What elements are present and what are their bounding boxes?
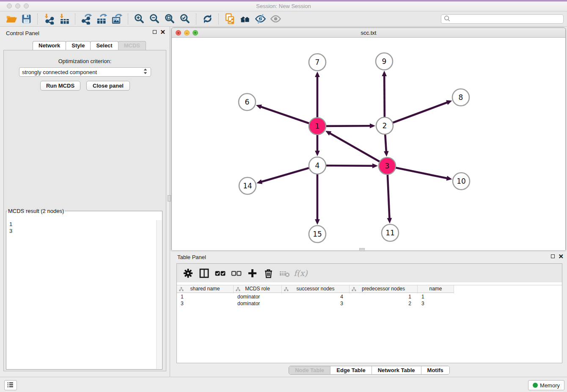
- graph-edge-2-8[interactable]: [385, 102, 448, 126]
- table-cell[interactable]: 3: [418, 300, 454, 307]
- graph-edge-3-10[interactable]: [387, 166, 448, 178]
- task-history-button[interactable]: [4, 380, 17, 390]
- table-cell[interactable]: 1: [418, 293, 454, 300]
- mcds-result-area[interactable]: 13: [7, 220, 162, 369]
- zoom-fit-icon[interactable]: [162, 13, 177, 25]
- graph-node-label: 7: [315, 58, 320, 66]
- column-header-MCDS-role[interactable]: MCDS role: [234, 285, 282, 293]
- split-column-icon[interactable]: [197, 267, 211, 279]
- mcds-result-line: 3: [9, 228, 159, 235]
- network-canvas[interactable]: 1234678910111415: [172, 38, 565, 250]
- mcds-panel: Optimization criterion: strongly connect…: [3, 50, 166, 371]
- zoom-selected-icon[interactable]: [177, 13, 193, 25]
- toolbar-separator: [75, 14, 75, 25]
- tab-node-table[interactable]: Node Table: [289, 366, 330, 374]
- optimization-dropdown[interactable]: strongly connected component: [19, 67, 151, 77]
- delete-row-icon[interactable]: [261, 267, 275, 279]
- control-panel-title: Control Panel: [6, 30, 39, 36]
- column-header-predecessor-nodes[interactable]: predecessor nodes: [350, 285, 418, 293]
- horizontal-splitter-handle[interactable]: [359, 248, 365, 251]
- copy-style-icon[interactable]: [222, 13, 237, 25]
- graph-arrowhead: [256, 105, 262, 109]
- table-cell[interactable]: 2: [350, 300, 418, 307]
- column-header-shared-name[interactable]: shared name: [177, 285, 234, 293]
- toolbar-separator: [196, 14, 196, 25]
- float-table-panel-icon[interactable]: [551, 254, 555, 258]
- close-panel-button[interactable]: Close panel: [86, 81, 130, 91]
- column-header-name[interactable]: name: [418, 285, 454, 293]
- search-field[interactable]: [441, 14, 564, 24]
- graph-arrowhead: [315, 72, 320, 77]
- network-view-window: × – + scc.txt 1234678910111415: [171, 28, 566, 250]
- export-image-icon[interactable]: [109, 13, 124, 25]
- save-session-icon[interactable]: [19, 13, 34, 25]
- graph-node-label: 1: [315, 122, 320, 130]
- graph-node-label: 15: [313, 230, 322, 238]
- import-table-icon[interactable]: [56, 13, 72, 25]
- graph-arrowhead: [382, 71, 387, 76]
- status-bar: Memory: [0, 377, 567, 392]
- control-panel: Control Panel ✕ NetworkStyleSelectMCDS O…: [0, 27, 170, 377]
- apply-layout-icon[interactable]: [200, 13, 215, 25]
- table-cell[interactable]: dominator: [234, 300, 282, 307]
- graph-arrowhead: [372, 163, 378, 168]
- vertical-splitter[interactable]: [170, 27, 170, 377]
- vertical-splitter-handle[interactable]: [168, 195, 171, 202]
- close-panel-icon[interactable]: ✕: [160, 30, 165, 34]
- table-cell[interactable]: 3: [282, 300, 350, 307]
- graph-node-label: 3: [385, 162, 390, 170]
- column-header-filler: [454, 285, 562, 293]
- tab-network-table[interactable]: Network Table: [372, 366, 421, 374]
- graph-edge-1-6[interactable]: [260, 107, 317, 126]
- network-window-titlebar[interactable]: × – + scc.txt: [172, 28, 565, 38]
- hide-selected-icon[interactable]: [253, 13, 268, 25]
- gear-icon[interactable]: [181, 267, 195, 279]
- search-input[interactable]: [451, 15, 561, 22]
- table-cell[interactable]: 3: [177, 300, 234, 307]
- app-window: { "window": { "title": "Session: New Ses…: [0, 0, 567, 392]
- table-cell[interactable]: 4: [282, 293, 350, 300]
- zoom-out-icon[interactable]: [147, 13, 162, 25]
- import-network-icon[interactable]: [41, 13, 56, 25]
- table-row[interactable]: 1dominator411: [177, 293, 562, 300]
- select-all-icon[interactable]: [213, 267, 227, 279]
- deselect-all-icon[interactable]: [229, 267, 243, 279]
- memory-button[interactable]: Memory: [528, 380, 564, 390]
- add-row-icon[interactable]: [245, 267, 259, 279]
- export-network-icon[interactable]: [79, 13, 94, 25]
- tab-style[interactable]: Style: [66, 41, 91, 50]
- show-all-networks-icon[interactable]: [237, 13, 253, 25]
- table-cell[interactable]: 1: [350, 293, 418, 300]
- column-header-successor-nodes[interactable]: successor nodes: [282, 285, 350, 293]
- graph-arrowhead: [384, 151, 389, 157]
- float-panel-icon[interactable]: [153, 30, 157, 34]
- mcds-result-line: 1: [9, 221, 159, 228]
- graph-edge-3-1[interactable]: [330, 133, 387, 166]
- zoom-in-icon[interactable]: [132, 13, 147, 25]
- close-table-panel-icon[interactable]: ✕: [558, 254, 564, 259]
- tab-select[interactable]: Select: [90, 41, 118, 50]
- memory-status-icon: [533, 383, 538, 388]
- function-builder-icon: f(x): [294, 267, 308, 279]
- mcds-result-box: MCDS result (2 nodes) 13: [6, 208, 162, 370]
- run-mcds-button[interactable]: Run MCDS: [40, 81, 80, 91]
- open-session-icon[interactable]: [3, 13, 19, 25]
- network-graph[interactable]: 1234678910111415: [172, 38, 565, 250]
- graph-node-label: 8: [459, 93, 463, 102]
- graph-node-label: 9: [382, 57, 387, 66]
- table-body: 1dominator4113dominator323: [177, 293, 562, 363]
- table-row[interactable]: 3dominator323: [177, 300, 562, 307]
- graph-arrowhead: [315, 219, 320, 225]
- graph-node-label: 11: [385, 229, 395, 237]
- table-cell[interactable]: dominator: [234, 293, 282, 300]
- search-icon: [443, 15, 451, 23]
- result-scrollbar[interactable]: [156, 220, 162, 369]
- tab-edge-table[interactable]: Edge Table: [330, 366, 372, 374]
- tab-network[interactable]: Network: [33, 41, 66, 50]
- delete-table-icon: [278, 267, 292, 279]
- table-cell[interactable]: 1: [177, 293, 234, 300]
- column-type-icon: [352, 287, 356, 294]
- tab-motifs[interactable]: Motifs: [421, 366, 449, 374]
- tab-mcds[interactable]: MCDS: [118, 41, 146, 50]
- export-table-icon[interactable]: [94, 13, 109, 25]
